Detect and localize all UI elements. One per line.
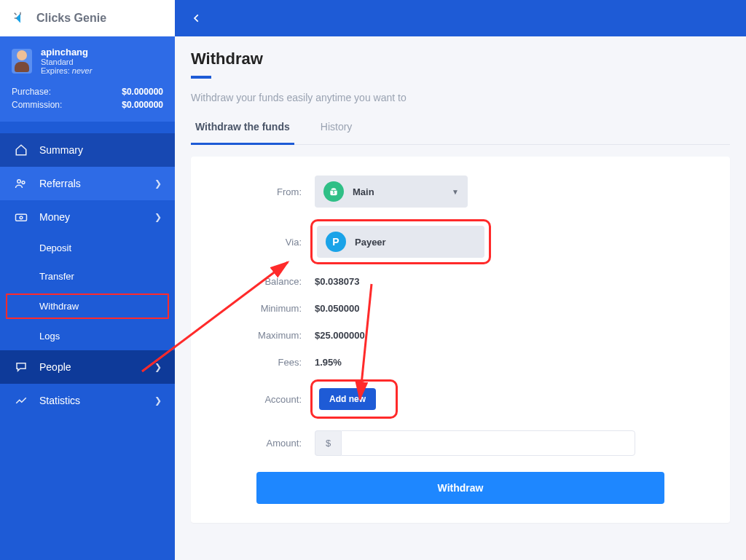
via-dropdown[interactable]: P Payeer xyxy=(317,226,484,258)
nav-referrals[interactable]: Referrals ❯ xyxy=(0,167,175,200)
nav-money-submenu: Deposit Transfer Withdraw Logs xyxy=(0,234,175,350)
maximum-label: Maximum: xyxy=(220,330,315,341)
nav-people[interactable]: People ❯ xyxy=(0,350,175,384)
nav-money-label: Money xyxy=(39,211,70,223)
add-new-button[interactable]: Add new xyxy=(319,388,376,410)
nav-summary-label: Summary xyxy=(39,144,83,156)
nav-money[interactable]: Money ❯ xyxy=(0,200,175,234)
nav-logs[interactable]: Logs xyxy=(0,322,175,350)
fees-label: Fees: xyxy=(220,357,315,368)
nav-deposit[interactable]: Deposit xyxy=(0,234,175,262)
tab-withdraw-funds[interactable]: Withdraw the funds xyxy=(191,111,294,145)
logo-bar: Clicks Genie xyxy=(0,0,175,36)
chat-icon xyxy=(13,360,29,374)
balances: Main:$0.038073 Purchase:$0.000000 Commis… xyxy=(12,82,163,111)
amount-prefix: $ xyxy=(315,430,341,456)
user-tier: Standard xyxy=(41,58,92,66)
title-underline xyxy=(191,76,211,79)
maximum-value: $25.000000 xyxy=(315,330,365,341)
back-button[interactable] xyxy=(185,7,208,30)
page-desc: Withdraw your funds easily anytime you w… xyxy=(191,92,730,103)
balance-value: $0.038073 xyxy=(315,276,359,287)
svg-line-0 xyxy=(15,13,17,15)
account-highlight: Add new xyxy=(315,384,393,414)
amount-label: Amount: xyxy=(220,438,315,449)
expires-label: Expires: xyxy=(41,66,70,75)
minimum-value: $0.050000 xyxy=(315,303,359,314)
chevron-right-icon: ❯ xyxy=(154,395,162,406)
wallet-icon: $ xyxy=(323,181,344,202)
avatar xyxy=(12,49,32,74)
nav: Summary Referrals ❯ Money ❯ Deposit Tran… xyxy=(0,133,175,417)
withdraw-card: From: $ Main ▼ Via: P Payeer Balance: $0… xyxy=(191,157,730,523)
balance-commission-value: $0.000000 xyxy=(122,100,163,110)
balance-purchase-label: Purchase: xyxy=(12,87,51,97)
from-label: From: xyxy=(220,186,315,197)
user-block: apinchang Standard Expires: never Main:$… xyxy=(0,36,175,122)
minimum-label: Minimum: xyxy=(220,303,315,314)
svg-point-6 xyxy=(20,216,23,219)
chart-icon xyxy=(13,394,29,407)
nav-people-label: People xyxy=(39,361,71,373)
svg-text:$: $ xyxy=(333,191,335,194)
chevron-right-icon: ❯ xyxy=(154,362,162,372)
via-label: Via: xyxy=(220,237,315,248)
logo-icon xyxy=(12,9,29,27)
nav-summary[interactable]: Summary xyxy=(0,133,175,167)
account-label: Account: xyxy=(220,394,315,405)
from-dropdown[interactable]: $ Main ▼ xyxy=(315,176,468,208)
topbar xyxy=(175,0,746,36)
nav-referrals-label: Referrals xyxy=(39,178,81,189)
balance-label: Balance: xyxy=(220,276,315,287)
chevron-right-icon: ❯ xyxy=(154,212,162,222)
chevron-right-icon: ❯ xyxy=(154,178,162,189)
svg-point-3 xyxy=(17,180,21,184)
svg-point-4 xyxy=(22,181,25,184)
brand-name: Clicks Genie xyxy=(36,12,106,25)
people-icon xyxy=(13,177,29,190)
sidebar: Clicks Genie apinchang Standard Expires:… xyxy=(0,0,175,560)
balance-purchase-value: $0.000000 xyxy=(122,87,163,97)
home-icon xyxy=(13,143,29,157)
nav-withdraw[interactable]: Withdraw xyxy=(4,292,170,320)
main: Withdraw Withdraw your funds easily anyt… xyxy=(175,36,746,560)
tab-history[interactable]: History xyxy=(316,111,357,144)
withdraw-button[interactable]: Withdraw xyxy=(256,472,664,504)
nav-statistics[interactable]: Statistics ❯ xyxy=(0,384,175,417)
expires-value: never xyxy=(72,66,93,75)
balance-commission-label: Commission: xyxy=(12,100,62,110)
user-expires: Expires: never xyxy=(41,66,92,75)
amount-input-group: $ xyxy=(315,430,635,456)
via-value: Payeer xyxy=(355,237,386,248)
money-icon xyxy=(13,210,29,224)
nav-transfer[interactable]: Transfer xyxy=(0,262,175,291)
amount-input[interactable] xyxy=(341,430,635,456)
from-value: Main xyxy=(353,186,374,197)
user-name: apinchang xyxy=(41,47,92,58)
svg-rect-5 xyxy=(16,214,27,221)
nav-statistics-label: Statistics xyxy=(39,395,80,406)
tabs: Withdraw the funds History xyxy=(191,111,730,145)
page-title: Withdraw xyxy=(191,50,730,68)
fees-value: 1.95% xyxy=(315,357,342,368)
via-highlight: P Payeer xyxy=(315,224,487,260)
payeer-icon: P xyxy=(326,232,346,252)
chevron-down-icon: ▼ xyxy=(452,188,459,196)
